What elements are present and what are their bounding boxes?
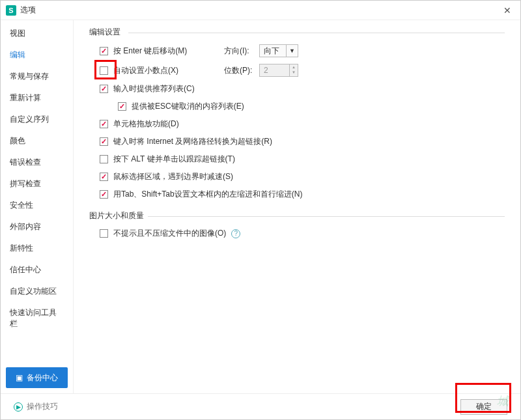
row-alt-click: 按下 ALT 键并单击以跟踪超链接(T): [100, 154, 505, 165]
content-panel: 编辑设置 按 Enter 键后移动(M) 方向(I): 向下 ▼ 自动设置小数点…: [74, 20, 520, 393]
checkbox-selection-slow[interactable]: [100, 173, 108, 181]
select-direction[interactable]: 向下 ▼: [259, 44, 298, 57]
sidebar-item-13[interactable]: 快速访问工具栏: [1, 302, 73, 335]
backup-icon: ▣: [16, 373, 23, 382]
footer: ▶ 操作技巧 确定 城: [1, 393, 520, 419]
sidebar-item-0[interactable]: 视图: [1, 23, 73, 44]
titlebar: S 选项 ✕: [1, 1, 520, 20]
checkbox-esc-list[interactable]: [118, 102, 126, 111]
row-selection: 鼠标选择区域，遇到边界时减速(S): [100, 171, 505, 182]
row-no-compress: 不提示且不压缩文件中的图像(O) ?: [100, 228, 505, 239]
row-auto-decimal: 自动设置小数点(X) 位数(P): 2 ▲▼: [100, 64, 505, 77]
sidebar-item-11[interactable]: 信任中心: [1, 259, 73, 281]
row-enter-move: 按 Enter 键后移动(M) 方向(I): 向下 ▼: [100, 44, 505, 57]
checkbox-drag[interactable]: [100, 120, 108, 128]
sidebar-item-3[interactable]: 重新计算: [1, 87, 73, 109]
help-icon[interactable]: ?: [231, 229, 240, 238]
row-suggest: 输入时提供推荐列表(C): [100, 83, 505, 94]
ok-button[interactable]: 确定: [460, 399, 507, 415]
sidebar-item-9[interactable]: 外部内容: [1, 216, 73, 238]
sidebar-item-5[interactable]: 颜色: [1, 130, 73, 152]
checkbox-auto-decimal[interactable]: [100, 66, 108, 75]
spinner-down-icon: ▼: [290, 70, 298, 75]
row-tab-indent: 用Tab、Shift+Tab设置文本框内的左缩进和首行缩进(N): [100, 189, 505, 200]
row-hyperlink: 键入时将 Internet 及网络路径转换为超链接(R): [100, 136, 505, 147]
checkbox-no-compress[interactable]: [100, 229, 108, 238]
chevron-down-icon: ▼: [286, 45, 298, 57]
sidebar-item-2[interactable]: 常规与保存: [1, 66, 73, 87]
sidebar-item-12[interactable]: 自定义功能区: [1, 281, 73, 302]
options-dialog: S 选项 ✕ 视图编辑常规与保存重新计算自定义序列颜色错误检查拼写检查安全性外部…: [0, 0, 521, 420]
app-logo-icon: S: [6, 5, 16, 16]
sidebar-item-10[interactable]: 新特性: [1, 238, 73, 259]
checkbox-hyperlink[interactable]: [100, 137, 108, 146]
checkbox-enter-move[interactable]: [100, 47, 108, 55]
checkbox-alt-click[interactable]: [100, 155, 108, 163]
backup-center-button[interactable]: ▣ 备份中心: [6, 367, 68, 388]
row-esc-list: 提供被ESC键取消的内容列表(E): [118, 101, 505, 112]
sidebar-item-6[interactable]: 错误检查: [1, 152, 73, 173]
sidebar-item-7[interactable]: 拼写检查: [1, 173, 73, 195]
spinner-up-icon: ▲: [290, 64, 298, 70]
sidebar-item-4[interactable]: 自定义序列: [1, 109, 73, 130]
sidebar-item-8[interactable]: 安全性: [1, 195, 73, 216]
window-title: 选项: [20, 5, 36, 16]
checkbox-tab-indent[interactable]: [100, 190, 108, 199]
group-image-quality: 图片大小和质量: [89, 210, 505, 221]
row-drag: 单元格拖放功能(D): [100, 119, 505, 130]
tips-link[interactable]: 操作技巧: [27, 401, 58, 412]
group-edit-settings: 编辑设置: [89, 27, 505, 38]
sidebar: 视图编辑常规与保存重新计算自定义序列颜色错误检查拼写检查安全性外部内容新特性信任…: [1, 20, 74, 393]
spinner-digits: 2 ▲▼: [259, 64, 298, 77]
sidebar-item-1[interactable]: 编辑: [1, 44, 73, 66]
close-button[interactable]: ✕: [500, 4, 515, 17]
tips-icon: ▶: [14, 402, 23, 412]
checkbox-suggest-list[interactable]: [100, 85, 108, 93]
